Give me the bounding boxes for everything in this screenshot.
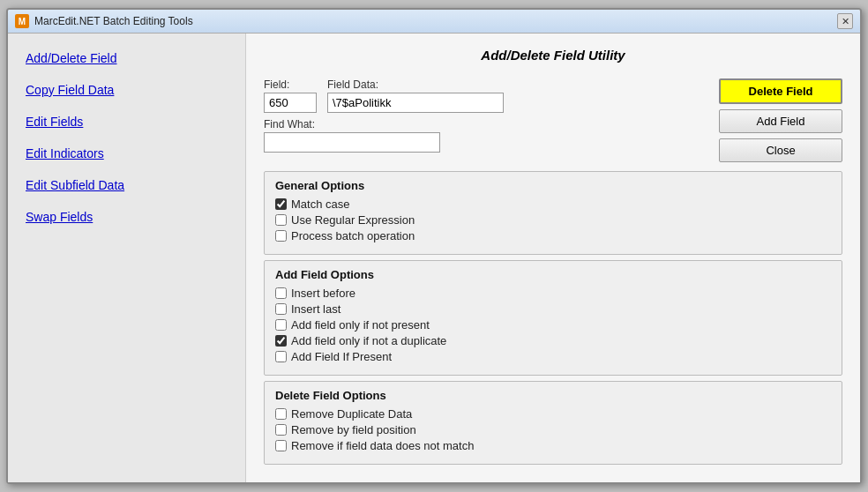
sidebar-item-add-delete-field[interactable]: Add/Delete Field (26, 51, 228, 65)
match-case-row: Match case (275, 198, 831, 211)
window-body: Add/Delete Field Copy Field Data Edit Fi… (8, 34, 860, 482)
delete-field-options-title: Delete Field Options (275, 389, 831, 402)
close-window-button[interactable]: ✕ (837, 13, 853, 29)
insert-before-label: Insert before (291, 287, 355, 300)
app-icon: M (15, 14, 29, 28)
buttons-column: Delete Field Add Field Close (719, 78, 842, 162)
sidebar-item-edit-subfield-data[interactable]: Edit Subfield Data (26, 178, 228, 192)
window-title: MarcEdit.NET Batch Editing Tools (34, 15, 193, 27)
add-if-present-label: Add Field If Present (291, 350, 392, 363)
field-data-input[interactable] (327, 93, 504, 113)
left-fields: Field: Field Data: Find What: (264, 78, 504, 153)
use-regex-row: Use Regular Expression (275, 213, 831, 227)
remove-duplicate-row: Remove Duplicate Data (275, 407, 831, 421)
close-button[interactable]: Close (719, 138, 842, 162)
insert-before-checkbox[interactable] (275, 287, 287, 299)
fields-inline: Field: Field Data: (264, 78, 504, 113)
insert-last-checkbox[interactable] (275, 303, 287, 315)
insert-last-row: Insert last (275, 302, 831, 316)
delete-field-button[interactable]: Delete Field (719, 78, 842, 104)
add-field-options-title: Add Field Options (275, 268, 831, 281)
add-if-not-present-row: Add field only if not present (275, 318, 831, 332)
sidebar-item-swap-fields[interactable]: Swap Fields (26, 210, 228, 224)
sidebar-item-edit-fields[interactable]: Edit Fields (26, 115, 228, 129)
field-data-group: Field Data: (327, 78, 504, 113)
remove-by-position-checkbox[interactable] (275, 424, 287, 436)
match-case-label: Match case (291, 198, 349, 211)
sidebar-item-edit-indicators[interactable]: Edit Indicators (26, 146, 228, 160)
top-form-area: Field: Field Data: Find What: (264, 78, 842, 162)
add-if-not-duplicate-checkbox[interactable] (275, 335, 287, 347)
field-data-label: Field Data: (327, 78, 504, 91)
process-batch-label: Process batch operation (291, 229, 415, 242)
add-field-options-section: Add Field Options Insert before Insert l… (264, 260, 842, 376)
add-if-not-duplicate-label: Add field only if not a duplicate (291, 334, 446, 347)
main-content: Add/Delete Field Utility Field: Field Da… (246, 34, 860, 482)
remove-by-position-row: Remove by field position (275, 423, 831, 436)
remove-if-no-match-row: Remove if field data does not match (275, 439, 831, 452)
field-input[interactable] (264, 93, 317, 113)
use-regex-label: Use Regular Expression (291, 213, 415, 227)
use-regex-checkbox[interactable] (275, 214, 287, 226)
sidebar-item-copy-field-data[interactable]: Copy Field Data (26, 83, 228, 97)
remove-duplicate-label: Remove Duplicate Data (291, 407, 412, 421)
remove-if-no-match-label: Remove if field data does not match (291, 439, 474, 452)
remove-by-position-label: Remove by field position (291, 423, 416, 436)
general-options-title: General Options (275, 179, 831, 192)
main-title: Add/Delete Field Utility (264, 48, 842, 63)
delete-field-options-section: Delete Field Options Remove Duplicate Da… (264, 381, 842, 465)
add-if-present-row: Add Field If Present (275, 350, 831, 363)
field-group: Field: (264, 78, 317, 113)
remove-if-no-match-checkbox[interactable] (275, 440, 287, 451)
title-bar-left: M MarcEdit.NET Batch Editing Tools (15, 14, 193, 28)
match-case-checkbox[interactable] (275, 198, 287, 210)
add-if-present-checkbox[interactable] (275, 351, 287, 362)
add-field-button[interactable]: Add Field (719, 109, 842, 133)
add-if-not-duplicate-row: Add field only if not a duplicate (275, 334, 831, 347)
add-if-not-present-checkbox[interactable] (275, 319, 287, 331)
remove-duplicate-checkbox[interactable] (275, 408, 287, 420)
options-area: General Options Match case Use Regular E… (264, 171, 842, 468)
find-what-input[interactable] (264, 132, 440, 153)
insert-before-row: Insert before (275, 287, 831, 300)
find-what-label: Find What: (264, 118, 504, 130)
add-if-not-present-label: Add field only if not present (291, 318, 430, 332)
title-bar: M MarcEdit.NET Batch Editing Tools ✕ (8, 10, 860, 34)
sidebar: Add/Delete Field Copy Field Data Edit Fi… (8, 34, 246, 482)
main-window: M MarcEdit.NET Batch Editing Tools ✕ Add… (6, 8, 862, 484)
process-batch-checkbox[interactable] (275, 230, 287, 242)
process-batch-row: Process batch operation (275, 229, 831, 242)
general-options-section: General Options Match case Use Regular E… (264, 171, 842, 255)
find-what-group: Find What: (264, 118, 504, 153)
field-label: Field: (264, 78, 317, 91)
insert-last-label: Insert last (291, 302, 340, 316)
